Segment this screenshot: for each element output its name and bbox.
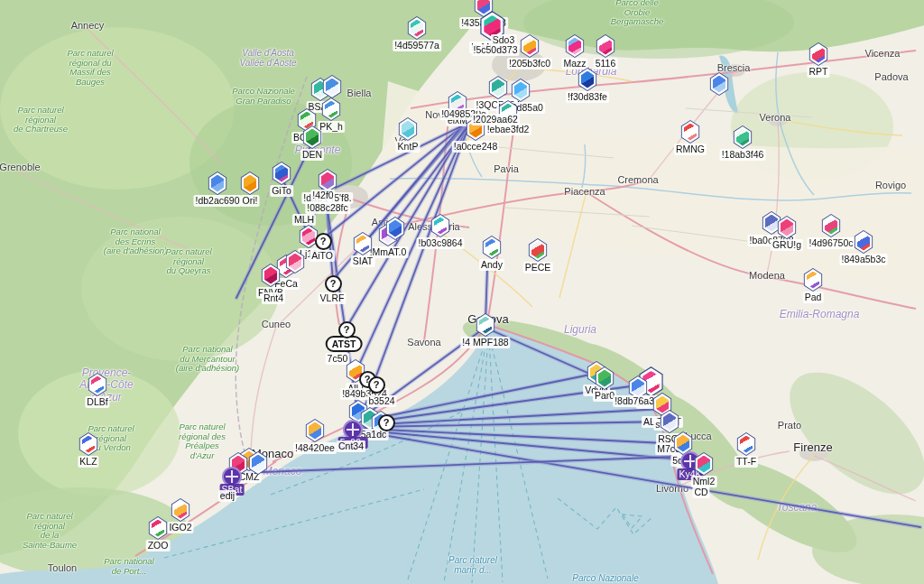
node-hex-icon[interactable] <box>565 34 586 58</box>
hex-fill <box>513 82 528 99</box>
node-label[interactable]: !088c28fc <box>305 202 350 214</box>
node-label[interactable]: MLH <box>292 214 316 226</box>
node-hex-icon[interactable] <box>482 236 503 259</box>
hex-fill <box>81 436 96 453</box>
node-label[interactable]: !2029aa62 <box>471 114 520 125</box>
hex-fill <box>263 267 278 284</box>
node-hex-icon[interactable] <box>430 214 451 237</box>
node-hex-icon[interactable] <box>407 16 428 40</box>
node-hex-icon[interactable] <box>240 171 261 195</box>
unknown-node-marker[interactable]: ? <box>325 275 342 292</box>
hex-border <box>476 314 495 336</box>
hex-border <box>88 374 107 395</box>
hex-fill <box>388 220 402 237</box>
hex-fill <box>780 219 794 236</box>
node-label[interactable]: b3524 <box>366 395 396 407</box>
hex-fill <box>683 124 698 141</box>
node-hex-icon[interactable] <box>171 498 191 522</box>
node-hex-icon[interactable] <box>148 516 169 540</box>
node-label: !a0cce248 <box>452 141 499 153</box>
hex-fill <box>476 0 491 14</box>
node-hex-icon[interactable] <box>272 162 292 185</box>
node-hex-icon[interactable] <box>208 171 228 195</box>
node-hex-icon[interactable] <box>821 214 842 237</box>
node-hex-icon[interactable] <box>79 432 99 456</box>
hex-fill <box>320 172 335 190</box>
unknown-node-marker[interactable]: ? <box>338 321 356 338</box>
hex-fill <box>491 79 505 97</box>
hex-fill <box>764 215 779 232</box>
node-hex-icon[interactable] <box>520 34 541 58</box>
hex-fill <box>433 218 448 235</box>
hex-border <box>149 517 168 539</box>
hex-border <box>737 433 756 455</box>
hex-border <box>241 172 260 194</box>
node-hex-icon[interactable] <box>854 230 874 254</box>
node-hex-icon[interactable] <box>808 42 829 66</box>
hex-fill <box>485 239 499 256</box>
hex-fill <box>522 38 537 55</box>
hex-fill <box>739 436 753 453</box>
hex-border <box>306 420 325 441</box>
node-hex-icon[interactable] <box>476 313 496 337</box>
unknown-node-marker[interactable]: ? <box>315 233 332 250</box>
node-label: RPT <box>808 66 830 78</box>
node-label[interactable]: !42f0 <box>310 190 335 201</box>
node-hex-icon[interactable] <box>736 432 757 456</box>
node-hex-icon[interactable] <box>733 125 753 149</box>
hex-border <box>521 35 540 57</box>
hex-fill <box>478 317 493 334</box>
hex-border <box>578 69 597 90</box>
node-label: !205b3fc0 <box>507 58 552 70</box>
node-hex-icon[interactable] <box>803 268 824 292</box>
node-label: Ori! <box>241 195 260 207</box>
node-label: RMNG <box>674 144 707 155</box>
node-hex-icon[interactable] <box>578 68 598 91</box>
node-hex-icon[interactable] <box>398 117 419 141</box>
node-hex-icon[interactable] <box>305 419 326 442</box>
unknown-node-marker[interactable]: ? <box>368 376 385 394</box>
node-hex-icon[interactable] <box>88 373 108 396</box>
node-oval-marker[interactable]: ATST <box>326 336 363 352</box>
node-markers-layer: !435a8738!4d59577a!a.MG344Sdo3!5c50d373!… <box>0 0 924 584</box>
node-label[interactable]: VLRF <box>319 292 346 304</box>
hex-fill <box>735 129 750 146</box>
node-hex-icon[interactable] <box>596 34 616 58</box>
hex-fill <box>325 79 339 96</box>
hex-fill <box>598 38 613 55</box>
node-label[interactable]: edij <box>218 490 236 502</box>
hex-fill <box>531 242 545 259</box>
node-label: Andy <box>479 259 504 271</box>
hex-fill <box>597 370 612 387</box>
node-label: KLZ <box>78 456 98 468</box>
hex-border <box>529 239 548 261</box>
map-canvas[interactable]: AnnecyGrenobleToulonMonacoMonacoBiellaNo… <box>0 0 924 584</box>
hex-border <box>79 433 98 455</box>
unknown-node-marker[interactable]: ? <box>378 414 395 431</box>
node-label[interactable]: Cnt34 <box>337 440 365 452</box>
hex-fill <box>410 20 424 37</box>
node-hex-icon[interactable] <box>528 238 549 262</box>
node-hex-icon[interactable] <box>709 72 730 96</box>
hex-border <box>710 73 729 95</box>
hex-border <box>809 43 828 65</box>
node-label[interactable]: 7c50 <box>326 353 350 365</box>
node-label[interactable]: Rnt4 <box>262 292 285 304</box>
node-label[interactable]: AiTO <box>310 250 335 262</box>
hex-border <box>596 35 615 57</box>
node-label[interactable]: !5c50d373 <box>471 44 519 56</box>
node-label: SIAT <box>351 255 375 267</box>
hex-border <box>822 215 841 236</box>
node-hex-icon[interactable] <box>680 120 701 144</box>
hex-fill <box>243 175 257 192</box>
node-label[interactable]: CD <box>692 487 709 498</box>
node-label: DEN <box>300 149 324 161</box>
hex-border <box>208 172 227 194</box>
hex-fill <box>288 254 302 271</box>
hex-fill <box>662 413 677 431</box>
node-hex-icon[interactable] <box>488 76 509 99</box>
hex-fill <box>824 218 838 235</box>
hex-fill <box>568 38 582 55</box>
node-label: 5116 <box>594 58 618 70</box>
node-label: IGO2 <box>167 522 193 533</box>
